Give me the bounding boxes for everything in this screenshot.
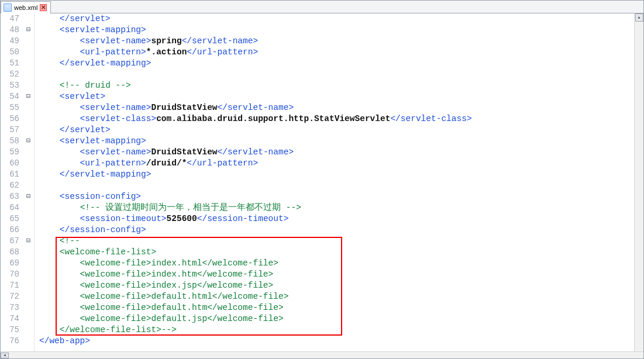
horizontal-scrollbar[interactable]: ◂: [1, 351, 643, 358]
code-line[interactable]: <welcome-file>default.jsp</welcome-file>: [39, 313, 643, 325]
code-line[interactable]: <servlet-mapping>: [39, 136, 643, 147]
line-number: 51: [1, 58, 19, 69]
fold-toggle: [23, 36, 34, 47]
code-line[interactable]: <!--: [39, 236, 643, 247]
fold-toggle: [23, 280, 34, 291]
code-line[interactable]: <url-pattern>/druid/*</url-pattern>: [39, 158, 643, 169]
fold-toggle[interactable]: ⊟: [23, 91, 34, 102]
line-number: 71: [1, 280, 19, 291]
fold-toggle: [23, 158, 34, 169]
code-line[interactable]: [39, 180, 643, 191]
code-line[interactable]: </welcome-file-list>-->: [39, 325, 643, 336]
line-number: 52: [1, 69, 19, 80]
line-number: 54: [1, 91, 19, 102]
line-number: 74: [1, 313, 19, 325]
code-line[interactable]: <servlet-class>com.alibaba.druid.support…: [39, 113, 643, 125]
fold-toggle: [23, 58, 34, 69]
fold-toggle: [23, 102, 34, 113]
code-line[interactable]: </session-config>: [39, 225, 643, 236]
line-number: 65: [1, 213, 19, 225]
code-line[interactable]: <session-timeout>525600</session-timeout…: [39, 213, 643, 225]
fold-toggle: [23, 13, 34, 25]
fold-toggle: [23, 47, 34, 58]
fold-toggle: [23, 325, 34, 336]
fold-toggle: [23, 202, 34, 213]
code-line[interactable]: <!-- 设置过期时间为一年，相当于是一年都不过期 -->: [39, 202, 643, 213]
code-line[interactable]: <welcome-file-list>: [39, 247, 643, 258]
fold-toggle[interactable]: ⊟: [23, 236, 34, 247]
line-number: 56: [1, 113, 19, 125]
line-number: 66: [1, 225, 19, 236]
line-number: 59: [1, 147, 19, 158]
code-line[interactable]: <session-config>: [39, 191, 643, 202]
code-line[interactable]: <servlet-name>DruidStatView</servlet-nam…: [39, 102, 643, 113]
scroll-left-icon[interactable]: ◂: [1, 353, 9, 358]
code-line[interactable]: </servlet-mapping>: [39, 169, 643, 180]
code-line[interactable]: <!-- druid -->: [39, 80, 643, 91]
line-number: 62: [1, 180, 19, 191]
editor-area[interactable]: 4748495051525354555657585960616263646566…: [1, 13, 643, 351]
line-number: 63: [1, 191, 19, 202]
line-number: 60: [1, 158, 19, 169]
line-number: 58: [1, 136, 19, 147]
line-number: 72: [1, 291, 19, 302]
code-line[interactable]: </servlet-mapping>: [39, 58, 643, 69]
code-content[interactable]: </servlet> <servlet-mapping> <servlet-na…: [35, 13, 643, 351]
code-line[interactable]: <welcome-file>index.htm</welcome-file>: [39, 269, 643, 280]
line-number: 48: [1, 25, 19, 36]
fold-toggle: [23, 313, 34, 325]
fold-toggle: [23, 80, 34, 91]
line-number: 68: [1, 247, 19, 258]
code-line[interactable]: <servlet-name>spring</servlet-name>: [39, 36, 643, 47]
fold-toggle: [23, 113, 34, 125]
code-line[interactable]: <welcome-file>index.html</welcome-file>: [39, 258, 643, 269]
tab-filename: web.xml: [14, 4, 37, 11]
line-number: 55: [1, 102, 19, 113]
file-tab[interactable]: web.xml ✕: [1, 1, 51, 13]
line-number: 70: [1, 269, 19, 280]
fold-toggle: [23, 180, 34, 191]
close-icon[interactable]: ✕: [40, 4, 47, 11]
tab-bar: web.xml ✕: [1, 1, 643, 13]
code-line[interactable]: <servlet-name>DruidStatView</servlet-nam…: [39, 147, 643, 158]
code-line[interactable]: <servlet-mapping>: [39, 25, 643, 36]
vertical-scrollbar[interactable]: ▴: [634, 13, 643, 351]
line-number: 67: [1, 236, 19, 247]
line-number-gutter: 4748495051525354555657585960616263646566…: [1, 13, 23, 351]
code-line[interactable]: </servlet>: [39, 125, 643, 136]
code-line[interactable]: <welcome-file>default.html</welcome-file…: [39, 291, 643, 302]
xml-file-icon: [4, 4, 12, 12]
line-number: 61: [1, 169, 19, 180]
code-line[interactable]: <servlet>: [39, 91, 643, 102]
editor-window: web.xml ✕ 474849505152535455565758596061…: [0, 0, 644, 359]
line-number: 49: [1, 36, 19, 47]
code-line[interactable]: <welcome-file>default.htm</welcome-file>: [39, 302, 643, 313]
code-line[interactable]: </web-app>: [39, 336, 643, 347]
scroll-up-icon[interactable]: ▴: [635, 13, 643, 22]
line-number: 69: [1, 258, 19, 269]
code-line[interactable]: <welcome-file>index.jsp</welcome-file>: [39, 280, 643, 291]
fold-gutter[interactable]: ⊟⊟⊟⊟⊟: [23, 13, 35, 351]
code-line[interactable]: </servlet>: [39, 13, 643, 25]
line-number: 50: [1, 47, 19, 58]
fold-toggle: [23, 125, 34, 136]
line-number: 76: [1, 336, 19, 347]
fold-toggle: [23, 302, 34, 313]
fold-toggle: [23, 213, 34, 225]
fold-toggle: [23, 247, 34, 258]
code-line[interactable]: [39, 69, 643, 80]
code-line[interactable]: <url-pattern>*.action</url-pattern>: [39, 47, 643, 58]
fold-toggle[interactable]: ⊟: [23, 191, 34, 202]
fold-toggle: [23, 69, 34, 80]
line-number: 64: [1, 202, 19, 213]
line-number: 47: [1, 13, 19, 25]
fold-toggle: [23, 336, 34, 347]
fold-toggle: [23, 169, 34, 180]
line-number: 53: [1, 80, 19, 91]
line-number: 75: [1, 325, 19, 336]
line-number: 57: [1, 125, 19, 136]
fold-toggle: [23, 225, 34, 236]
fold-toggle[interactable]: ⊟: [23, 25, 34, 36]
fold-toggle: [23, 258, 34, 269]
fold-toggle[interactable]: ⊟: [23, 136, 34, 147]
